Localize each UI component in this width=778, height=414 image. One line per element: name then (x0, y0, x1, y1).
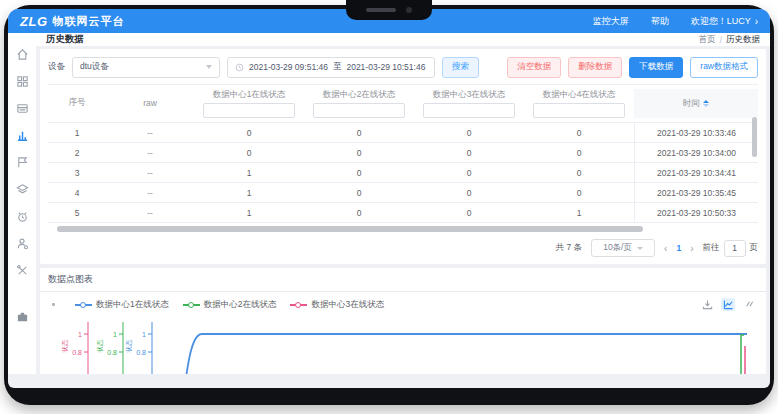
clear-data-button[interactable]: 清空数据 (507, 57, 561, 78)
device-grid-icon[interactable] (15, 74, 29, 88)
user-icon[interactable] (15, 236, 29, 250)
next-page-button[interactable]: › (690, 243, 693, 254)
chevron-right-icon: › (755, 16, 758, 27)
legend-marker-icon (290, 301, 307, 308)
table-cell: 0 (524, 163, 634, 182)
col-dc4-header: 数据中心4在线状态 (524, 89, 634, 118)
table-cell: -- (106, 123, 194, 142)
device-select[interactable]: dtu设备 (72, 57, 220, 78)
filter-row: 设备 dtu设备 2021-03-29 09:51:46 至 2021-03-2… (48, 55, 758, 79)
svg-text:状态: 状态 (125, 339, 132, 354)
delete-data-button[interactable]: 删除数据 (568, 57, 622, 78)
svg-text:0.8: 0.8 (136, 349, 146, 356)
sort-caret-icon[interactable] (703, 100, 709, 107)
sidebar (8, 33, 36, 374)
line-chart-icon[interactable] (721, 298, 735, 311)
date-range-picker[interactable]: 2021-03-29 09:51:46 至 2021-03-29 10:51:4… (227, 57, 435, 78)
card-list-icon[interactable] (15, 101, 29, 115)
table-row: 1 -- 0 0 0 0 2021-03-29 10:33:46 (48, 123, 758, 143)
current-page[interactable]: 1 (676, 243, 681, 253)
breadcrumb-separator: / (720, 35, 722, 45)
brand-name: 物联网云平台 (53, 14, 125, 29)
save-image-icon[interactable] (700, 298, 714, 311)
table-row: 3 -- 1 0 0 0 2021-03-29 10:34:41 (48, 163, 758, 183)
goto-label: 前往 (703, 242, 720, 254)
alarm-icon[interactable] (15, 209, 29, 223)
table-row: 4 -- 1 0 0 0 2021-03-29 10:35:45 (48, 183, 758, 203)
legend-collapse-icon[interactable] (52, 303, 55, 306)
brand[interactable]: ZLG 物联网云平台 (20, 14, 125, 29)
dc4-filter-input[interactable] (533, 103, 625, 118)
speaker-slot (366, 8, 396, 12)
table-cell: 1 (524, 203, 634, 222)
raw-format-button[interactable]: raw数据格式 (690, 57, 758, 78)
dc3-filter-input[interactable] (423, 103, 515, 118)
y-axis-dc1: 1 0.8 状态 (125, 322, 152, 374)
series-line-dc1 (174, 334, 747, 374)
table-cell: 2 (48, 143, 106, 162)
page-size-select[interactable]: 10条/页 (591, 239, 655, 257)
tools-icon[interactable] (15, 263, 29, 277)
table-cell: 0 (414, 203, 524, 222)
date-start-value: 2021-03-29 09:51:46 (249, 62, 328, 72)
bar-chart-icon[interactable] (15, 128, 29, 142)
table-cell: 0 (304, 143, 414, 162)
table-cell: 0 (304, 163, 414, 182)
dc2-filter-input[interactable] (313, 103, 405, 118)
page-header: 历史数据 首页 / 历史数据 (36, 33, 770, 46)
y-axis-dc2: 1 0.8 状态 (96, 322, 123, 374)
svg-text:状态: 状态 (96, 339, 103, 354)
chevron-down-icon (206, 65, 212, 69)
history-data-card: 设备 dtu设备 2021-03-29 09:51:46 至 2021-03-2… (40, 49, 766, 264)
layers-icon[interactable] (15, 182, 29, 196)
svg-text:1: 1 (113, 331, 117, 338)
legend-item-dc2[interactable]: 数据中心2在线状态 (183, 299, 277, 311)
nav-link-monitor[interactable]: 监控大屏 (593, 15, 629, 28)
table-cell: 1 (194, 203, 304, 222)
dc1-filter-input[interactable] (203, 103, 295, 118)
svg-text:0.8: 0.8 (107, 349, 117, 356)
prev-page-button[interactable]: ‹ (664, 243, 667, 254)
breadcrumb-home[interactable]: 首页 (699, 34, 716, 46)
main-content: 历史数据 首页 / 历史数据 设备 dtu设备 (36, 33, 770, 374)
flag-icon[interactable] (15, 155, 29, 169)
horizontal-scrollbar[interactable] (50, 225, 756, 233)
col-time-header[interactable]: 时间 (634, 89, 758, 118)
table-cell: 0 (194, 123, 304, 142)
nav-link-help[interactable]: 帮助 (651, 15, 669, 28)
table-cell: -- (106, 183, 194, 202)
toolbox-icon[interactable] (15, 310, 29, 324)
user-menu[interactable]: 欢迎您！LUCY › (691, 15, 758, 28)
col-index-header: 序号 (48, 89, 106, 118)
date-end-value: 2021-03-29 10:51:46 (346, 62, 425, 72)
app-screen: ZLG 物联网云平台 监控大屏 帮助 欢迎您！LUCY › (8, 9, 770, 388)
col-dc1-header: 数据中心1在线状态 (194, 89, 304, 118)
table-cell: 0 (304, 123, 414, 142)
chart-card-title: 数据点图表 (40, 268, 766, 292)
vertical-scrollbar[interactable] (751, 115, 758, 221)
table-row: 2 -- 0 0 0 0 2021-03-29 10:34:00 (48, 143, 758, 163)
search-button[interactable]: 搜索 (442, 57, 479, 78)
goto-page-input[interactable] (724, 240, 746, 257)
table-cell: 2021-03-29 10:33:46 (634, 123, 758, 142)
table-cell: 0 (304, 183, 414, 202)
table-cell: 0 (524, 183, 634, 202)
svg-text:0.8: 0.8 (72, 349, 82, 356)
table-cell: 5 (48, 203, 106, 222)
table-cell: 4 (48, 183, 106, 202)
download-data-button[interactable]: 下载数据 (629, 57, 683, 78)
table-cell: 0 (524, 123, 634, 142)
date-separator: 至 (333, 61, 342, 73)
chart-plot[interactable]: 1 0.8 状态 1 0.8 状态 (40, 313, 766, 374)
pagination-total: 共 7 条 (556, 242, 582, 254)
table-cell: -- (106, 203, 194, 222)
legend-item-dc1[interactable]: 数据中心1在线状态 (75, 299, 169, 311)
legend-item-dc3[interactable]: 数据中心3在线状态 (290, 299, 384, 311)
table-cell: 1 (194, 183, 304, 202)
col-dc3-header: 数据中心3在线状态 (414, 89, 524, 118)
col-raw-header: raw (106, 89, 194, 118)
restore-icon[interactable] (742, 298, 756, 311)
svg-text:1: 1 (142, 331, 146, 338)
brand-logo: ZLG (20, 14, 48, 29)
home-icon[interactable] (15, 47, 29, 61)
